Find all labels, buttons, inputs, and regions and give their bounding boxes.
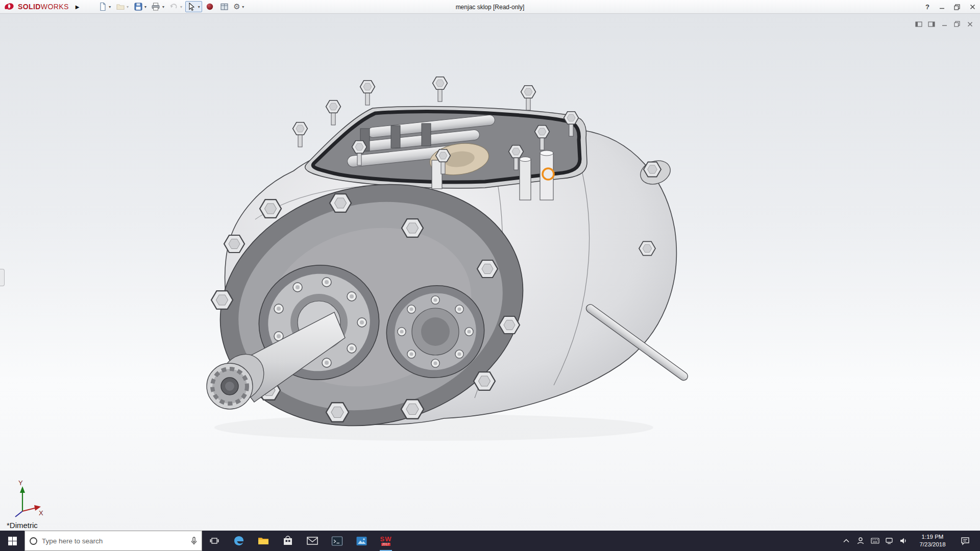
appearance-button[interactable] xyxy=(203,1,216,12)
volume-icon xyxy=(899,537,908,544)
network-icon xyxy=(885,537,893,544)
microphone-icon[interactable] xyxy=(190,537,198,545)
gearbox-assembly[interactable] xyxy=(194,77,690,457)
start-button[interactable] xyxy=(0,531,24,551)
taskbar-solidworks-button[interactable]: SW 2017 xyxy=(374,531,398,551)
save-button[interactable]: ▼ xyxy=(132,1,149,12)
doc-minimize-button[interactable] xyxy=(940,20,948,28)
taskbar-clock[interactable]: 1:19 PM 7/23/2018 xyxy=(912,531,953,551)
windows-logo-icon xyxy=(8,537,17,545)
taskbar-store-button[interactable] xyxy=(276,531,300,551)
open-document-button[interactable]: ▼ xyxy=(114,1,131,12)
task-view-button[interactable] xyxy=(202,531,227,551)
chevron-up-icon xyxy=(843,539,849,543)
taskbar-photos-button[interactable] xyxy=(349,531,374,551)
close-button[interactable] xyxy=(965,1,980,14)
hidden-icons-chevron-button[interactable] xyxy=(840,531,852,551)
taskbar-console-button[interactable] xyxy=(325,531,349,551)
hex-bolt[interactable] xyxy=(644,162,661,177)
settings-gear-icon: ⚙ xyxy=(233,2,240,11)
windows-taskbar: SW 2017 xyxy=(0,531,980,551)
new-document-button[interactable]: ▼ xyxy=(96,1,113,12)
new-document-icon xyxy=(98,2,107,11)
system-tray: 1:19 PM 7/23/2018 xyxy=(840,531,980,551)
taskbar-edge-button[interactable] xyxy=(227,531,251,551)
tray-volume-button[interactable] xyxy=(897,531,910,551)
clock-time: 1:19 PM xyxy=(922,533,944,541)
undo-icon xyxy=(169,2,178,11)
task-pane-collapsed-tab[interactable] xyxy=(0,269,5,286)
report-button[interactable] xyxy=(217,1,231,12)
select-tool-button[interactable]: ▼ xyxy=(185,1,202,12)
action-center-icon xyxy=(961,537,970,545)
triad-x-label: X xyxy=(39,509,43,517)
print-button[interactable]: ▼ xyxy=(150,1,166,12)
search-input[interactable] xyxy=(42,537,186,545)
taskbar-search-box[interactable] xyxy=(24,531,202,551)
doc-close-button[interactable] xyxy=(966,20,974,28)
appearance-sphere-icon xyxy=(206,3,214,11)
view-orientation-label: *Dimetric xyxy=(7,521,38,530)
save-icon xyxy=(134,2,143,11)
action-center-button[interactable] xyxy=(955,531,975,551)
doc-restore-button[interactable] xyxy=(953,20,961,28)
titlebar: SOLIDWORKS ▶ ▼ ▼ ▼ xyxy=(0,0,980,14)
solidworks-menu[interactable]: SOLIDWORKS xyxy=(0,2,73,11)
clock-date: 7/23/2018 xyxy=(919,541,945,548)
gearbox-3d-model[interactable]: Y X xyxy=(0,0,980,551)
tray-people-button[interactable] xyxy=(854,531,867,551)
minimize-icon xyxy=(939,4,945,10)
options-report-icon xyxy=(220,3,229,11)
console-app-icon xyxy=(331,536,343,546)
taskbar-mail-button[interactable] xyxy=(300,531,325,551)
select-cursor-icon xyxy=(187,2,196,11)
help-button[interactable]: ? xyxy=(921,3,934,11)
solidworks-2017-icon: SW 2017 xyxy=(380,536,392,546)
options-button[interactable]: ⚙ ▼ xyxy=(232,1,246,12)
file-explorer-icon xyxy=(257,535,270,547)
taskbar-file-explorer-button[interactable] xyxy=(251,531,276,551)
edge-browser-icon xyxy=(233,535,245,547)
close-icon xyxy=(970,4,975,10)
pane-right-icon xyxy=(928,21,935,27)
triad-y-label: Y xyxy=(18,479,23,487)
undo-button[interactable]: ▼ xyxy=(167,1,184,12)
minimize-button[interactable] xyxy=(934,1,949,14)
menu-flyout-arrow[interactable]: ▶ xyxy=(73,2,82,12)
open-folder-icon xyxy=(116,2,125,11)
solidworks-wordmark: SOLIDWORKS xyxy=(18,3,69,11)
people-icon xyxy=(856,537,865,545)
microsoft-store-icon xyxy=(282,535,293,547)
pane-left-button[interactable] xyxy=(915,20,923,28)
document-window-controls xyxy=(915,20,974,28)
doc-minimize-icon xyxy=(942,21,947,27)
photos-app-icon xyxy=(356,536,368,546)
orientation-triad: Y X xyxy=(15,479,43,517)
cortana-icon xyxy=(29,537,38,545)
doc-restore-icon xyxy=(954,21,960,27)
pane-left-icon xyxy=(915,21,922,27)
restore-icon xyxy=(954,4,960,10)
hex-bolt[interactable] xyxy=(639,241,655,255)
task-view-icon xyxy=(210,537,219,545)
print-icon xyxy=(151,2,160,11)
touch-keyboard-icon xyxy=(871,538,879,544)
tray-keyboard-button[interactable] xyxy=(869,531,881,551)
pane-right-button[interactable] xyxy=(927,20,936,28)
doc-close-icon xyxy=(967,21,973,27)
tray-network-button[interactable] xyxy=(883,531,895,551)
maximize-button[interactable] xyxy=(949,1,965,14)
mail-icon xyxy=(306,536,318,546)
solidworks-logo-icon xyxy=(3,2,15,11)
